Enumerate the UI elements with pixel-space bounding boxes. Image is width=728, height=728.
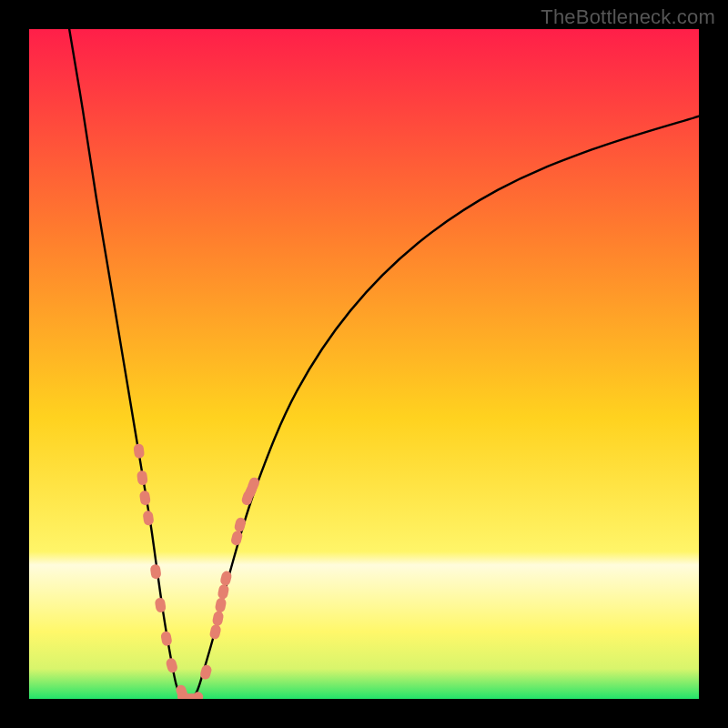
chart-background — [29, 29, 699, 699]
watermark-text: TheBottleneck.com — [541, 5, 715, 29]
chart-frame — [29, 29, 699, 699]
chart-svg — [29, 29, 699, 699]
